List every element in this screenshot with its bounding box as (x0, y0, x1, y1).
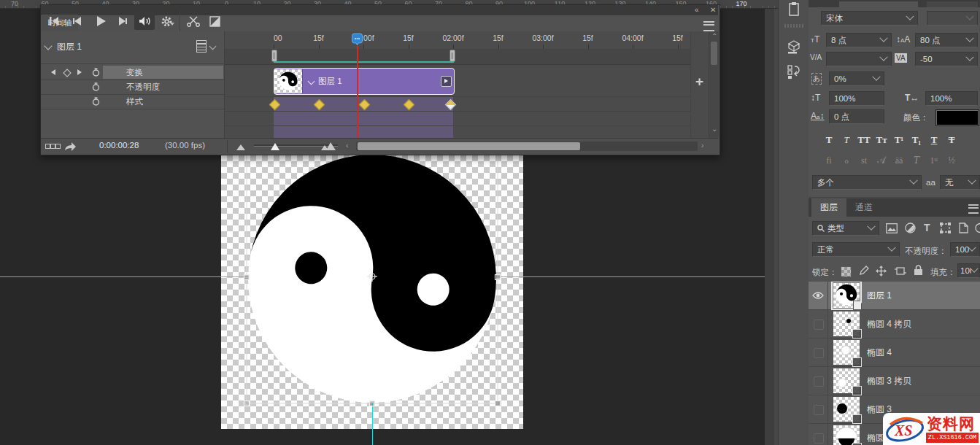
transition-button[interactable] (206, 12, 223, 30)
font-family-select[interactable]: 宋体 (821, 11, 918, 26)
opentype-button[interactable]: ℴ (838, 155, 855, 166)
frame-view-icon[interactable] (45, 144, 50, 149)
tab-channels[interactable]: 通道 (846, 198, 881, 217)
lock-artboard-icon[interactable] (895, 266, 906, 276)
fill-input[interactable]: 100% (957, 263, 980, 278)
video-clip-bar[interactable]: 图层 1 (274, 68, 455, 95)
font-size-select[interactable]: 8 点 (826, 33, 892, 47)
format-button[interactable]: T (820, 134, 838, 146)
antialias-select[interactable]: 无 (940, 175, 980, 190)
format-button[interactable]: T (943, 134, 960, 146)
layer-name[interactable]: 椭圆 (867, 432, 884, 444)
zoom-in-icon[interactable] (321, 142, 336, 150)
text-color-swatch[interactable] (935, 109, 979, 126)
timeline-ruler[interactable]: 0015f01:00f15f02:00f15f03:00f15f04:00f15… (225, 31, 691, 50)
render-export-arrow-icon[interactable] (64, 142, 76, 151)
clip-settings-button[interactable] (441, 76, 452, 87)
filter-more-icon[interactable] (975, 222, 980, 233)
opentype-button[interactable]: 1ˢᵗ (925, 155, 943, 166)
lock-all-icon[interactable] (914, 265, 923, 276)
property-row-style[interactable]: 样式 (41, 94, 224, 109)
layer-thumbnail[interactable] (833, 425, 860, 445)
lock-transparency-icon[interactable] (841, 266, 852, 277)
previous-keyframe-icon[interactable] (51, 69, 55, 75)
previous-frame-button[interactable] (69, 12, 86, 30)
add-keyframe-icon[interactable] (63, 69, 71, 77)
format-button[interactable]: T₁ (908, 134, 925, 146)
work-area-end-handle[interactable] (450, 50, 455, 62)
hscroll-thumb[interactable] (358, 142, 580, 150)
zoom-out-icon[interactable] (236, 144, 245, 150)
clip-expand-caret[interactable] (309, 79, 314, 84)
opentype-button[interactable]: āā (890, 155, 908, 166)
layer-thumbnail[interactable] (833, 397, 860, 422)
filter-pixel-layers-icon[interactable] (886, 223, 898, 233)
panel-grip[interactable] (784, 24, 803, 28)
go-to-first-frame-button[interactable] (45, 12, 63, 30)
stopwatch-icon[interactable] (92, 97, 100, 106)
property-row-opacity[interactable]: 不透明度 (41, 80, 224, 94)
timeline-horizontal-scrollbar[interactable] (356, 142, 698, 151)
opentype-button[interactable]: 𝑇 (908, 155, 925, 166)
filter-adjustment-layers-icon[interactable] (905, 222, 916, 233)
format-button[interactable]: TT (855, 134, 873, 146)
properties-panel-icon[interactable] (787, 40, 801, 55)
timeline-vertical-scrollbar[interactable]: ⌃ ⌄ (709, 31, 719, 138)
layer-row[interactable]: 椭圆 4 拷贝 (809, 310, 980, 338)
scroll-left-icon[interactable]: ‹ (346, 142, 348, 150)
current-time-display[interactable]: 0:00:00:28 (99, 141, 139, 150)
visibility-toggle-empty[interactable] (809, 424, 828, 445)
mute-audio-button[interactable] (134, 12, 155, 30)
blend-mode-select[interactable]: 正常 (812, 242, 900, 257)
timeline-settings-gear-icon[interactable] (158, 12, 175, 30)
filter-kind-select[interactable]: 类型 (812, 221, 879, 236)
scroll-right-icon[interactable]: › (701, 142, 703, 150)
format-button[interactable]: T (925, 134, 943, 146)
play-button[interactable] (92, 12, 109, 30)
add-media-button[interactable]: + (695, 74, 703, 90)
layer-name[interactable]: 图层 1 (867, 290, 892, 302)
panel-close-icon[interactable]: ✕ (710, 6, 716, 14)
scroll-up-icon[interactable]: ⌃ (711, 32, 717, 40)
filter-smart-objects-icon[interactable] (959, 222, 968, 233)
opacity-input[interactable]: 100% (950, 242, 980, 257)
document-vertical-scrollbar[interactable] (765, 8, 774, 445)
layer-thumbnail[interactable] (833, 312, 860, 336)
opentype-button[interactable]: 𝒜 (873, 155, 890, 166)
layer-row[interactable]: 椭圆 4 (809, 338, 980, 367)
group-label[interactable]: 图层 1 (57, 41, 82, 53)
visibility-toggle-empty[interactable] (809, 395, 828, 423)
layers-menu-icon[interactable] (968, 204, 979, 214)
group-expand-caret[interactable] (45, 43, 51, 49)
layer-thumbnail[interactable] (833, 368, 860, 393)
split-clip-scissors-icon[interactable] (184, 12, 201, 30)
stopwatch-icon[interactable] (92, 68, 100, 77)
format-button[interactable]: T¹ (890, 134, 908, 146)
layer-thumbnail[interactable] (833, 340, 860, 365)
lock-pixels-brush-icon[interactable] (858, 266, 868, 276)
visibility-eye-icon[interactable] (809, 282, 828, 309)
layer-thumbnail[interactable] (833, 283, 860, 308)
paragraph-panel-icon[interactable] (787, 64, 801, 79)
horizontal-scale-input[interactable]: 100% (925, 91, 978, 106)
scroll-down-icon[interactable]: ⌄ (711, 125, 717, 133)
stopwatch-icon[interactable] (92, 82, 100, 91)
track-options-caret[interactable] (210, 44, 215, 49)
filter-type-layers-icon[interactable]: T (924, 222, 930, 233)
yinyang-artwork[interactable] (221, 155, 523, 429)
tab-layers[interactable]: 图层 (811, 198, 846, 217)
layer-name[interactable]: 椭圆 3 拷贝 (867, 375, 911, 387)
language-select[interactable]: 多个 (812, 175, 922, 190)
kerning-select[interactable] (826, 52, 892, 66)
layer-row[interactable]: 椭圆 3 拷贝 (809, 367, 980, 395)
layer-name[interactable]: 椭圆 4 (867, 347, 892, 359)
zoom-slider-thumb[interactable] (271, 143, 279, 150)
visibility-toggle-empty[interactable] (809, 310, 828, 338)
leading-select[interactable]: 80 点 (915, 33, 978, 47)
property-row-transform[interactable]: 变换 (41, 65, 224, 80)
work-area-start-handle[interactable] (271, 50, 277, 62)
layer-name[interactable]: 椭圆 4 拷贝 (867, 318, 911, 330)
next-keyframe-icon[interactable] (77, 69, 82, 75)
vertical-scale-input[interactable]: 100% (829, 91, 884, 106)
opentype-button[interactable]: st (855, 155, 873, 166)
